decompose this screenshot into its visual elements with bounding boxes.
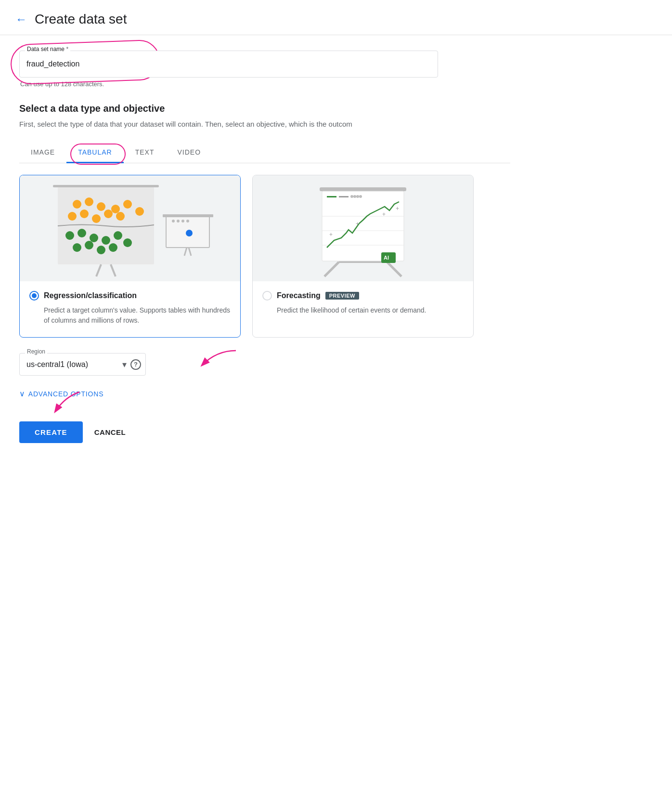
card-forecasting-image: + + + + AI [253, 175, 473, 281]
tab-video[interactable]: VIDEO [166, 142, 212, 163]
svg-point-7 [111, 205, 120, 213]
card-forecasting-label: Forecasting [277, 291, 321, 300]
svg-point-45 [353, 195, 356, 198]
dataset-name-hint: Can use up to 128 characters. [19, 80, 510, 88]
svg-text:+: + [329, 231, 333, 238]
region-label: Region [25, 348, 47, 355]
radio-regression[interactable] [29, 291, 39, 301]
card-regression-image [20, 175, 240, 281]
radio-forecasting[interactable] [262, 291, 272, 301]
svg-rect-1 [53, 185, 159, 187]
svg-text:+: + [396, 205, 399, 212]
dataset-name-label: Data set name * [25, 46, 70, 52]
svg-point-4 [73, 200, 81, 209]
actions-wrapper: CREATE CANCEL [19, 414, 126, 443]
card-regression-desc: Predict a target column's value. Support… [44, 305, 231, 326]
back-button[interactable]: ← [15, 13, 27, 26]
svg-point-10 [80, 209, 89, 218]
svg-point-5 [85, 197, 93, 206]
svg-point-47 [359, 195, 362, 198]
main-content: Data set name * Can use up to 128 charac… [0, 35, 530, 472]
svg-point-31 [177, 220, 180, 222]
svg-point-33 [186, 220, 189, 222]
card-regression[interactable]: Regression/classification Predict a targ… [19, 175, 241, 338]
svg-point-14 [135, 207, 144, 216]
svg-text:+: + [382, 211, 386, 218]
region-select[interactable]: us-central1 (Iowa) us-east1 (South Carol… [19, 353, 146, 376]
svg-point-12 [104, 209, 113, 218]
card-forecasting[interactable]: + + + + AI Forecasting PREVIEW [252, 175, 474, 338]
svg-point-18 [102, 236, 110, 245]
advanced-options-label: ADVANCED OPTIONS [28, 390, 103, 398]
tab-tabular-wrapper: TABULAR [66, 142, 124, 163]
dataset-name-wrapper: Data set name * [19, 51, 438, 78]
svg-point-8 [123, 200, 132, 209]
tab-text[interactable]: TEXT [124, 142, 166, 163]
svg-line-27 [184, 248, 187, 256]
svg-rect-26 [163, 214, 213, 217]
cancel-button[interactable]: CANCEL [94, 428, 126, 436]
svg-point-32 [181, 220, 184, 222]
region-group: Region us-central1 (Iowa) us-east1 (Sout… [19, 353, 510, 376]
scatter-plot-svg [43, 178, 217, 279]
svg-point-16 [78, 229, 86, 237]
svg-point-9 [68, 212, 77, 221]
cards-container: Regression/classification Predict a targ… [19, 175, 510, 338]
card-regression-body: Regression/classification Predict a targ… [20, 281, 240, 337]
svg-point-13 [116, 212, 125, 221]
svg-rect-37 [320, 187, 406, 191]
svg-line-28 [189, 248, 191, 256]
svg-line-3 [111, 264, 116, 276]
svg-point-22 [97, 246, 105, 254]
help-icon[interactable]: ? [130, 359, 141, 370]
tab-tabular[interactable]: TABULAR [66, 142, 124, 163]
svg-text:+: + [356, 221, 359, 227]
dataset-name-input[interactable] [19, 51, 438, 78]
preview-badge: PREVIEW [325, 292, 359, 300]
svg-rect-38 [322, 191, 404, 261]
svg-point-19 [114, 231, 122, 240]
radio-regression-inner [32, 293, 37, 298]
card-regression-label: Regression/classification [44, 291, 137, 300]
svg-point-17 [90, 234, 98, 242]
svg-point-6 [97, 202, 105, 211]
dropdown-wrapper: Region us-central1 (Iowa) us-east1 (Sout… [19, 353, 146, 376]
line-chart-svg: + + + + AI [276, 178, 450, 279]
svg-rect-42 [327, 196, 336, 197]
svg-point-23 [109, 243, 117, 252]
svg-line-2 [96, 264, 101, 276]
svg-text:AI: AI [384, 255, 389, 261]
section-desc: First, select the type of data that your… [19, 120, 491, 128]
svg-rect-43 [339, 196, 349, 197]
advanced-options: ∨ ADVANCED OPTIONS [19, 389, 510, 398]
svg-point-11 [92, 214, 101, 223]
svg-point-21 [85, 241, 93, 249]
svg-point-29 [186, 230, 193, 236]
tab-image[interactable]: IMAGE [19, 142, 66, 163]
chevron-down-icon: ∨ [19, 389, 26, 398]
card-forecasting-option-row: Forecasting PREVIEW [262, 291, 464, 301]
page-header: ← Create data set [0, 0, 672, 35]
card-forecasting-body: Forecasting PREVIEW Predict the likeliho… [253, 281, 473, 327]
dataset-name-field: Data set name * Can use up to 128 charac… [19, 51, 510, 88]
page-title: Create data set [35, 12, 127, 27]
svg-point-44 [350, 195, 353, 198]
svg-line-35 [387, 262, 401, 276]
card-regression-option-row: Regression/classification [29, 291, 231, 301]
svg-point-30 [172, 220, 175, 222]
create-button[interactable]: CREATE [19, 421, 83, 443]
advanced-options-toggle[interactable]: ∨ ADVANCED OPTIONS [19, 389, 510, 398]
svg-point-15 [65, 231, 74, 240]
cards-area: Regression/classification Predict a targ… [19, 175, 510, 338]
svg-point-24 [123, 238, 132, 247]
actions: CREATE CANCEL [19, 421, 126, 443]
section-title: Select a data type and objective [19, 103, 510, 114]
svg-point-46 [356, 195, 359, 198]
tabs: IMAGE TABULAR TEXT VIDEO [19, 142, 510, 163]
svg-point-20 [73, 243, 81, 252]
card-forecasting-desc: Predict the likelihood of certain events… [277, 305, 464, 315]
svg-line-34 [324, 262, 339, 276]
